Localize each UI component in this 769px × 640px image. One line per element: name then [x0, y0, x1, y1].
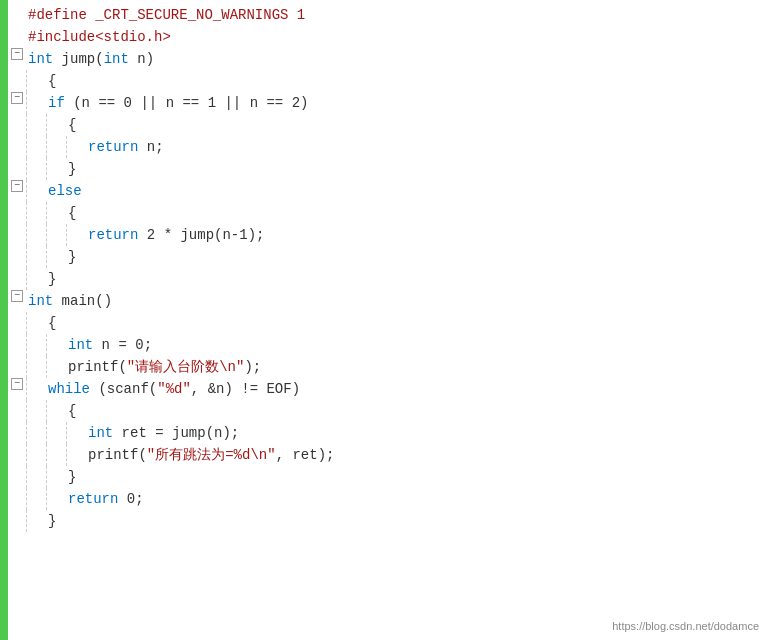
code-tokens: {: [46, 312, 769, 334]
token-plain: (scanf(: [90, 381, 157, 397]
indent-guide: [26, 378, 46, 400]
code-tokens: }: [46, 510, 769, 532]
token-plain: }: [48, 513, 56, 529]
code-tokens: {: [46, 70, 769, 92]
code-line: }: [8, 466, 769, 488]
left-accent-bar: [0, 0, 8, 640]
fold-button[interactable]: −: [11, 290, 23, 302]
indent-guide: [46, 422, 66, 444]
indent-guide: [66, 136, 86, 158]
token-plain: printf(: [88, 447, 147, 463]
code-tokens: int n = 0;: [66, 334, 769, 356]
fold-button[interactable]: −: [11, 92, 23, 104]
token-kw: while: [48, 381, 90, 397]
token-plain: ret = jump(n);: [113, 425, 239, 441]
token-plain: {: [48, 315, 56, 331]
indent-guide: [46, 356, 66, 378]
code-line: return 0;: [8, 488, 769, 510]
code-line: return n;: [8, 136, 769, 158]
indent-guide: [46, 136, 66, 158]
indent-guide: [66, 224, 86, 246]
code-line: {: [8, 202, 769, 224]
code-tokens: if (n == 0 || n == 1 || n == 2): [46, 92, 769, 114]
token-macro: #include<stdio.h>: [28, 29, 171, 45]
fold-gutter[interactable]: −: [8, 92, 26, 104]
token-plain: {: [68, 403, 76, 419]
code-tokens: {: [66, 202, 769, 224]
indent-guide: [26, 268, 46, 290]
code-tokens: #define _CRT_SECURE_NO_WARNINGS 1: [26, 4, 769, 26]
token-plain: main(): [53, 293, 112, 309]
indent-guide: [46, 488, 66, 510]
code-tokens: #include<stdio.h>: [26, 26, 769, 48]
indent-guide: [26, 444, 46, 466]
indent-guide: [26, 202, 46, 224]
token-plain: n): [129, 51, 154, 67]
code-tokens: int jump(int n): [26, 48, 769, 70]
token-plain: }: [48, 271, 56, 287]
indent-guide: [46, 114, 66, 136]
code-line: printf("所有跳法为=%d\n", ret);: [8, 444, 769, 466]
indent-guide: [66, 444, 86, 466]
token-str: "所有跳法为=%d\n": [147, 447, 276, 463]
code-line: #define _CRT_SECURE_NO_WARNINGS 1: [8, 4, 769, 26]
token-plain: {: [68, 205, 76, 221]
indent-guide: [46, 158, 66, 180]
indent-guide: [26, 70, 46, 92]
fold-button[interactable]: −: [11, 48, 23, 60]
token-plain: {: [68, 117, 76, 133]
fold-gutter[interactable]: −: [8, 378, 26, 390]
token-str: "%d": [157, 381, 191, 397]
token-plain: {: [48, 73, 56, 89]
indent-guide: [26, 466, 46, 488]
fold-button[interactable]: −: [11, 378, 23, 390]
token-plain: 2 * jump(n-1);: [138, 227, 264, 243]
indent-guide: [26, 114, 46, 136]
token-kw: int: [28, 51, 53, 67]
token-str: "请输入台阶数\n": [127, 359, 245, 375]
code-line: return 2 * jump(n-1);: [8, 224, 769, 246]
code-line: {: [8, 114, 769, 136]
code-line: int ret = jump(n);: [8, 422, 769, 444]
token-plain: , ret);: [276, 447, 335, 463]
indent-guide: [66, 422, 86, 444]
code-area: #define _CRT_SECURE_NO_WARNINGS 1#includ…: [8, 0, 769, 640]
token-kw: int: [68, 337, 93, 353]
code-line: {: [8, 312, 769, 334]
code-tokens: }: [66, 246, 769, 268]
code-line: −else: [8, 180, 769, 202]
token-plain: printf(: [68, 359, 127, 375]
indent-guide: [26, 180, 46, 202]
indent-guide: [26, 488, 46, 510]
indent-guide: [26, 400, 46, 422]
code-line: #include<stdio.h>: [8, 26, 769, 48]
code-line: −if (n == 0 || n == 1 || n == 2): [8, 92, 769, 114]
fold-button[interactable]: −: [11, 180, 23, 192]
code-line: }: [8, 510, 769, 532]
token-plain: }: [68, 469, 76, 485]
token-macro: #define _CRT_SECURE_NO_WARNINGS 1: [28, 7, 305, 23]
token-plain: );: [244, 359, 261, 375]
code-tokens: while (scanf("%d", &n) != EOF): [46, 378, 769, 400]
indent-guide: [46, 400, 66, 422]
indent-guide: [46, 334, 66, 356]
code-line: −while (scanf("%d", &n) != EOF): [8, 378, 769, 400]
fold-gutter[interactable]: −: [8, 290, 26, 302]
indent-guide: [26, 312, 46, 334]
indent-guide: [26, 334, 46, 356]
fold-gutter[interactable]: −: [8, 180, 26, 192]
indent-guide: [26, 356, 46, 378]
fold-gutter[interactable]: −: [8, 48, 26, 60]
code-tokens: return n;: [86, 136, 769, 158]
indent-guide: [26, 510, 46, 532]
token-kw: int: [28, 293, 53, 309]
code-tokens: printf("请输入台阶数\n");: [66, 356, 769, 378]
indent-guide: [46, 246, 66, 268]
token-plain: (n == 0 || n == 1 || n == 2): [65, 95, 309, 111]
token-plain: }: [68, 249, 76, 265]
indent-guide: [26, 422, 46, 444]
indent-guide: [26, 92, 46, 114]
code-tokens: }: [66, 158, 769, 180]
code-line: −int jump(int n): [8, 48, 769, 70]
code-line: {: [8, 70, 769, 92]
